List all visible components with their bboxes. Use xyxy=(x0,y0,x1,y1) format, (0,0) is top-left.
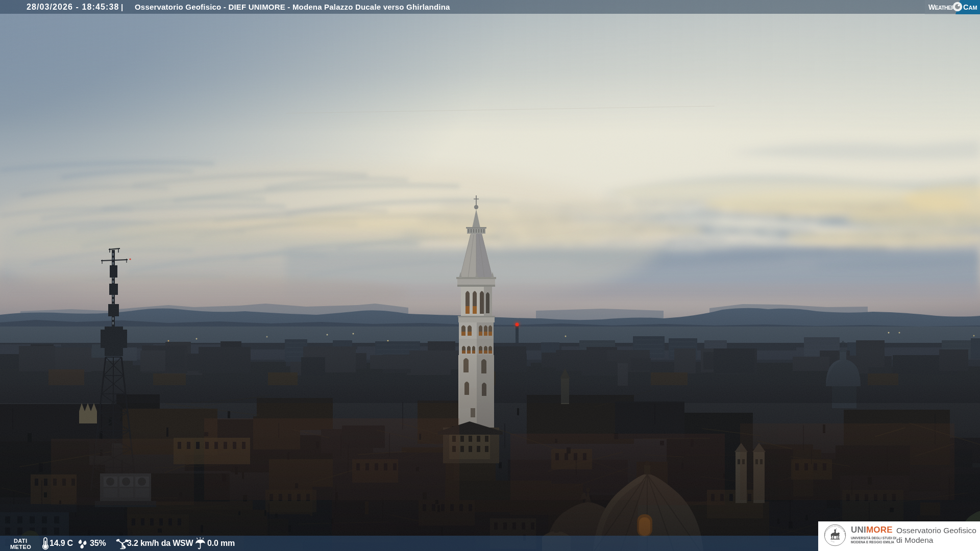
svg-text:WEATHER: WEATHER xyxy=(928,4,955,11)
svg-text:CAM: CAM xyxy=(963,3,977,11)
svg-text:1175: 1175 xyxy=(830,540,835,543)
